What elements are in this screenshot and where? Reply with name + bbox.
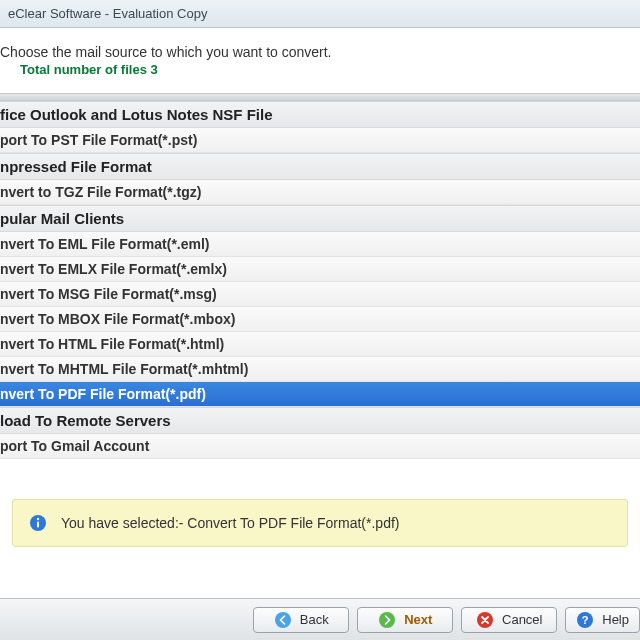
list-item[interactable]: nvert To MHTML File Format(*.mhtml) [0,357,640,382]
svg-text:?: ? [582,614,589,626]
info-icon [29,514,47,532]
wizard-button-bar: Back Next Cancel ? Help [0,598,640,640]
svg-rect-1 [37,522,39,528]
instruction-text: Choose the mail source to which you want… [0,44,640,60]
next-label: Next [404,612,432,627]
next-icon [378,611,396,629]
list-item[interactable]: port To PST File Format(*.pst) [0,128,640,153]
selection-info-text: You have selected:- Convert To PDF File … [61,515,400,531]
list-item[interactable]: nvert To MBOX File Format(*.mbox) [0,307,640,332]
cancel-label: Cancel [502,612,542,627]
help-button[interactable]: ? Help [565,607,640,633]
svg-point-3 [275,612,291,628]
list-item[interactable]: nvert To PDF File Format(*.pdf) [0,382,640,407]
list-group-header: load To Remote Servers [0,407,640,434]
svg-point-2 [37,518,39,520]
info-prefix: You have selected:- [61,515,187,531]
selection-info-banner: You have selected:- Convert To PDF File … [12,499,628,547]
list-group-header: pular Mail Clients [0,205,640,232]
list-item[interactable]: nvert To EML File Format(*.eml) [0,232,640,257]
list-item[interactable]: nvert to TGZ File Format(*.tgz) [0,180,640,205]
list-item[interactable]: nvert To HTML File Format(*.html) [0,332,640,357]
info-value: Convert To PDF File Format(*.pdf) [187,515,399,531]
help-label: Help [602,612,629,627]
svg-point-4 [379,612,395,628]
window-titlebar: eClear Software - Evaluation Copy [0,0,640,28]
header-divider [0,93,640,101]
list-item[interactable]: port To Gmail Account [0,434,640,459]
cancel-button[interactable]: Cancel [461,607,557,633]
list-item[interactable]: nvert To MSG File Format(*.msg) [0,282,640,307]
format-list: fice Outlook and Lotus Notes NSF Filepor… [0,101,640,459]
back-icon [274,611,292,629]
help-icon: ? [576,611,594,629]
back-label: Back [300,612,329,627]
back-button[interactable]: Back [253,607,349,633]
list-item[interactable]: nvert To EMLX File Format(*.emlx) [0,257,640,282]
cancel-icon [476,611,494,629]
total-files-count: Total number of files 3 [0,62,640,77]
list-group-header: fice Outlook and Lotus Notes NSF File [0,101,640,128]
list-group-header: npressed File Format [0,153,640,180]
next-button[interactable]: Next [357,607,453,633]
page-header: Choose the mail source to which you want… [0,28,640,91]
window-title: eClear Software - Evaluation Copy [8,6,207,21]
